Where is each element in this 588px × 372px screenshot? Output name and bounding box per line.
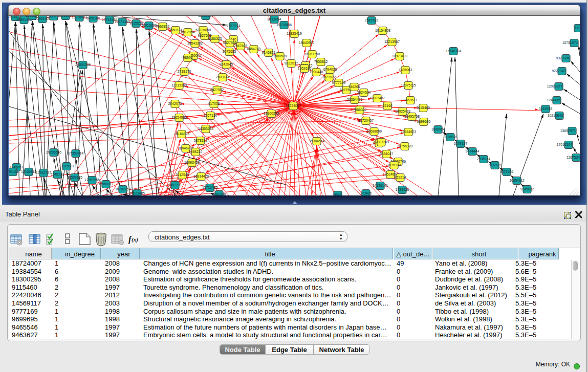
svg-text:1145191: 1145191 (51, 172, 64, 176)
svg-text:746206: 746206 (349, 85, 360, 89)
svg-text:(x): (x) (132, 236, 138, 243)
svg-text:62160: 62160 (383, 104, 393, 107)
svg-text:98901: 98901 (183, 56, 193, 59)
svg-text:14136141: 14136141 (373, 184, 388, 187)
svg-text:9227342: 9227342 (552, 69, 566, 73)
svg-text:9474444: 9474444 (466, 149, 480, 153)
svg-text:20756928: 20756928 (397, 144, 412, 148)
svg-text:7986322: 7986322 (353, 108, 367, 112)
svg-text:19384554: 19384554 (309, 139, 324, 143)
svg-text:9245632: 9245632 (520, 187, 534, 191)
svg-text:10807487: 10807487 (369, 96, 385, 100)
svg-text:16033809: 16033809 (198, 16, 213, 17)
svg-text:1282348: 1282348 (212, 192, 226, 195)
svg-text:19166825: 19166825 (174, 132, 189, 136)
svg-text:8938918: 8938918 (444, 135, 458, 139)
svg-text:9146821: 9146821 (262, 51, 276, 54)
svg-text:1615132: 1615132 (387, 163, 401, 167)
svg-text:18724007: 18724007 (286, 104, 301, 107)
svg-text:15720407: 15720407 (358, 119, 374, 122)
svg-text:3624534: 3624534 (357, 91, 371, 94)
svg-text:29053346: 29053346 (75, 63, 91, 67)
svg-text:8454749: 8454749 (247, 47, 261, 51)
svg-text:1733426: 1733426 (396, 188, 409, 191)
svg-text:10210643: 10210643 (548, 114, 563, 117)
svg-text:16782759: 16782759 (115, 187, 130, 191)
svg-text:9660124: 9660124 (169, 28, 183, 32)
svg-text:16961758: 16961758 (304, 52, 320, 56)
svg-text:12213967: 12213967 (384, 40, 400, 43)
svg-text:7663822: 7663822 (156, 25, 170, 28)
svg-text:20364436: 20364436 (347, 98, 362, 101)
svg-text:12975115: 12975115 (401, 83, 416, 87)
svg-text:10654112: 10654112 (509, 179, 525, 182)
svg-text:2803144: 2803144 (216, 75, 230, 79)
svg-text:252214: 252214 (395, 176, 406, 179)
svg-text:16495758: 16495758 (404, 115, 420, 118)
svg-text:16648784: 16648784 (446, 49, 461, 53)
svg-text:9684047: 9684047 (380, 152, 394, 156)
svg-text:6966160: 6966160 (86, 16, 100, 20)
svg-text:13975887: 13975887 (59, 164, 74, 168)
svg-text:14353584: 14353584 (198, 127, 213, 130)
svg-text:17359914: 17359914 (68, 151, 83, 155)
svg-text:1621022: 1621022 (322, 75, 336, 79)
svg-text:2935114: 2935114 (477, 157, 490, 161)
svg-text:12213369: 12213369 (171, 83, 187, 87)
svg-text:9463627: 9463627 (404, 98, 418, 102)
svg-text:2687682: 2687682 (365, 18, 379, 22)
svg-text:9699695: 9699695 (417, 120, 431, 123)
svg-text:2867608: 2867608 (234, 44, 248, 48)
svg-text:3675685: 3675685 (223, 50, 236, 53)
svg-text:9777169: 9777169 (332, 81, 346, 84)
svg-text:10671355: 10671355 (115, 20, 130, 24)
svg-text:3267130: 3267130 (204, 114, 217, 117)
svg-text:17016504: 17016504 (557, 143, 572, 146)
svg-text:8186323: 8186323 (208, 37, 222, 40)
svg-text:16093459: 16093459 (184, 161, 200, 164)
svg-text:8471636: 8471636 (500, 170, 514, 173)
svg-text:1362615: 1362615 (298, 67, 312, 70)
svg-text:17942737: 17942737 (36, 171, 51, 174)
svg-text:16914479: 16914479 (193, 174, 209, 178)
svg-text:3215958: 3215958 (539, 107, 553, 111)
svg-text:8427552: 8427552 (210, 88, 224, 92)
svg-text:18907269: 18907269 (374, 140, 389, 144)
svg-text:173426: 173426 (360, 191, 372, 195)
svg-text:1167534: 1167534 (567, 156, 580, 159)
svg-text:9115460: 9115460 (417, 106, 430, 110)
svg-text:2718176: 2718176 (178, 70, 191, 73)
svg-text:19218506: 19218506 (276, 23, 292, 27)
svg-text:10025433: 10025433 (395, 110, 410, 113)
svg-text:9457771: 9457771 (168, 183, 182, 187)
svg-text:8813054: 8813054 (268, 17, 281, 21)
svg-text:18640910: 18640910 (299, 41, 314, 45)
svg-text:10154808: 10154808 (375, 29, 390, 32)
svg-text:9329906: 9329906 (556, 56, 570, 60)
svg-text:417006: 417006 (208, 102, 220, 105)
svg-text:10653267: 10653267 (58, 16, 73, 17)
svg-text:18300295: 18300295 (264, 112, 279, 115)
svg-text:7357274: 7357274 (227, 24, 241, 28)
svg-text:6794028: 6794028 (323, 68, 337, 71)
svg-text:10688609: 10688609 (366, 129, 382, 133)
svg-text:19654923: 19654923 (401, 130, 416, 134)
svg-text:13692971: 13692971 (560, 129, 576, 133)
svg-text:12823485: 12823485 (129, 191, 145, 195)
svg-text:12505135: 12505135 (67, 176, 82, 179)
svg-text:9322037: 9322037 (285, 61, 298, 65)
svg-text:1990448: 1990448 (310, 70, 323, 74)
svg-text:1640954: 1640954 (431, 127, 445, 131)
svg-text:7485063: 7485063 (399, 68, 412, 72)
svg-text:391411: 391411 (9, 170, 18, 173)
svg-text:12093877: 12093877 (547, 84, 562, 88)
svg-text:9242845: 9242845 (220, 62, 233, 66)
svg-text:53226058: 53226058 (195, 28, 211, 32)
svg-text:15716485: 15716485 (202, 186, 217, 189)
svg-text:7955812: 7955812 (314, 60, 328, 63)
svg-text:11325419: 11325419 (287, 32, 302, 35)
svg-text:19654935: 19654935 (171, 116, 187, 119)
svg-text:10973493: 10973493 (392, 54, 407, 58)
svg-text:9645: 9645 (334, 193, 341, 195)
svg-text:5878312: 5878312 (194, 139, 208, 142)
